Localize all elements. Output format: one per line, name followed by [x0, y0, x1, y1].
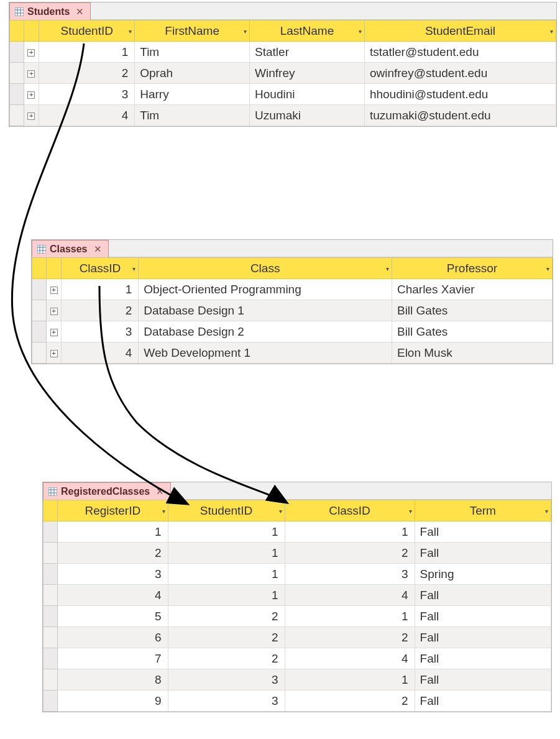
- registered-tab[interactable]: RegisteredClasses ✕: [43, 482, 171, 500]
- row-selector[interactable]: [32, 279, 47, 300]
- cell-classid[interactable]: 4: [285, 585, 415, 606]
- cell-email[interactable]: hhoudini@student.edu: [364, 84, 556, 105]
- column-header-studentemail[interactable]: StudentEmail▾: [364, 21, 556, 42]
- row-selector-header[interactable]: [10, 21, 24, 42]
- row-selector[interactable]: [44, 648, 58, 669]
- expand-button[interactable]: +: [24, 42, 39, 63]
- chevron-down-icon[interactable]: ▾: [409, 507, 412, 514]
- cell-term[interactable]: Fall: [415, 648, 551, 669]
- cell-classid[interactable]: 2: [285, 627, 415, 648]
- cell-firstname[interactable]: Tim: [135, 42, 250, 63]
- cell-studentid[interactable]: 1: [168, 521, 285, 543]
- table-row[interactable]: 4 1 4 Fall: [44, 585, 551, 606]
- cell-professor[interactable]: Bill Gates: [392, 300, 552, 321]
- cell-class[interactable]: Object-Oriented Programming: [139, 279, 392, 300]
- row-selector[interactable]: [32, 321, 47, 342]
- cell-registerid[interactable]: 3: [57, 564, 168, 585]
- cell-registerid[interactable]: 5: [57, 606, 168, 627]
- cell-studentid[interactable]: 2: [168, 627, 285, 648]
- row-selector[interactable]: [10, 42, 24, 63]
- row-selector[interactable]: [44, 606, 58, 627]
- cell-email[interactable]: tuzumaki@student.edu: [364, 105, 556, 126]
- cell-class[interactable]: Web Development 1: [139, 342, 392, 364]
- column-header-studentid[interactable]: StudentID▾: [168, 500, 285, 521]
- cell-term[interactable]: Fall: [415, 543, 551, 564]
- cell-studentid[interactable]: 1: [168, 564, 285, 585]
- row-selector[interactable]: [44, 627, 58, 648]
- close-icon[interactable]: ✕: [156, 486, 164, 497]
- cell-term[interactable]: Fall: [415, 669, 551, 691]
- cell-studentid[interactable]: 1: [39, 42, 135, 63]
- chevron-down-icon[interactable]: ▾: [132, 265, 135, 272]
- expand-button[interactable]: +: [46, 342, 62, 364]
- row-selector[interactable]: [10, 63, 24, 84]
- cell-email[interactable]: tstatler@student.edu: [364, 42, 556, 63]
- row-selector[interactable]: [44, 521, 58, 543]
- cell-firstname[interactable]: Tim: [135, 105, 250, 126]
- cell-classid[interactable]: 3: [285, 564, 415, 585]
- cell-term[interactable]: Fall: [415, 606, 551, 627]
- cell-term[interactable]: Fall: [415, 521, 551, 543]
- cell-studentid[interactable]: 3: [168, 691, 285, 712]
- cell-classid[interactable]: 2: [62, 300, 139, 321]
- cell-classid[interactable]: 2: [285, 691, 415, 712]
- cell-registerid[interactable]: 1: [57, 521, 168, 543]
- cell-professor[interactable]: Elon Musk: [392, 342, 552, 364]
- cell-class[interactable]: Database Design 1: [139, 300, 392, 321]
- students-tab[interactable]: Students ✕: [9, 2, 91, 20]
- table-row[interactable]: + 2 Database Design 1 Bill Gates: [32, 300, 553, 321]
- table-row[interactable]: 9 3 2 Fall: [44, 691, 551, 712]
- chevron-down-icon[interactable]: ▾: [162, 507, 165, 514]
- chevron-down-icon[interactable]: ▾: [386, 265, 389, 272]
- row-selector[interactable]: [32, 300, 47, 321]
- column-header-studentid[interactable]: StudentID▾: [39, 21, 135, 42]
- cell-firstname[interactable]: Oprah: [135, 63, 250, 84]
- cell-lastname[interactable]: Winfrey: [250, 63, 365, 84]
- cell-term[interactable]: Fall: [415, 585, 551, 606]
- cell-class[interactable]: Database Design 2: [139, 321, 392, 342]
- expand-button[interactable]: +: [24, 63, 39, 84]
- cell-term[interactable]: Fall: [415, 627, 551, 648]
- expand-button[interactable]: +: [24, 84, 39, 105]
- table-row[interactable]: 1 1 1 Fall: [44, 521, 551, 543]
- table-row[interactable]: + 1 Tim Statler tstatler@student.edu: [10, 42, 556, 63]
- table-row[interactable]: 2 1 2 Fall: [44, 543, 551, 564]
- cell-lastname[interactable]: Houdini: [250, 84, 365, 105]
- expand-button[interactable]: +: [46, 321, 62, 342]
- cell-registerid[interactable]: 8: [57, 669, 168, 691]
- chevron-down-icon[interactable]: ▾: [359, 27, 362, 34]
- chevron-down-icon[interactable]: ▾: [129, 27, 132, 34]
- column-header-classid[interactable]: ClassID▾: [62, 258, 139, 279]
- row-selector[interactable]: [44, 691, 58, 712]
- table-row[interactable]: 5 2 1 Fall: [44, 606, 551, 627]
- column-header-firstname[interactable]: FirstName▾: [135, 21, 250, 42]
- table-row[interactable]: + 4 Web Development 1 Elon Musk: [32, 342, 553, 364]
- cell-classid[interactable]: 2: [285, 543, 415, 564]
- column-header-registerid[interactable]: RegisterID▾: [57, 500, 168, 521]
- row-selector-header[interactable]: [32, 258, 47, 279]
- cell-studentid[interactable]: 1: [168, 543, 285, 564]
- cell-studentid[interactable]: 4: [39, 105, 135, 126]
- cell-studentid[interactable]: 2: [39, 63, 135, 84]
- cell-registerid[interactable]: 6: [57, 627, 168, 648]
- column-header-classid[interactable]: ClassID▾: [285, 500, 415, 521]
- cell-registerid[interactable]: 4: [57, 585, 168, 606]
- cell-professor[interactable]: Charles Xavier: [392, 279, 552, 300]
- row-selector[interactable]: [10, 105, 24, 126]
- table-row[interactable]: 7 2 4 Fall: [44, 648, 551, 669]
- cell-studentid[interactable]: 2: [168, 606, 285, 627]
- chevron-down-icon[interactable]: ▾: [244, 27, 247, 34]
- cell-registerid[interactable]: 7: [57, 648, 168, 669]
- close-icon[interactable]: ✕: [94, 244, 102, 255]
- row-selector[interactable]: [10, 84, 24, 105]
- column-header-lastname[interactable]: LastName▾: [250, 21, 365, 42]
- row-selector[interactable]: [44, 669, 58, 691]
- row-selector[interactable]: [32, 342, 47, 364]
- cell-classid[interactable]: 4: [285, 648, 415, 669]
- expand-button[interactable]: +: [46, 279, 62, 300]
- cell-studentid[interactable]: 3: [168, 669, 285, 691]
- table-row[interactable]: 8 3 1 Fall: [44, 669, 551, 691]
- cell-classid[interactable]: 3: [62, 321, 139, 342]
- table-row[interactable]: + 2 Oprah Winfrey owinfrey@student.edu: [10, 63, 556, 84]
- cell-lastname[interactable]: Statler: [250, 42, 365, 63]
